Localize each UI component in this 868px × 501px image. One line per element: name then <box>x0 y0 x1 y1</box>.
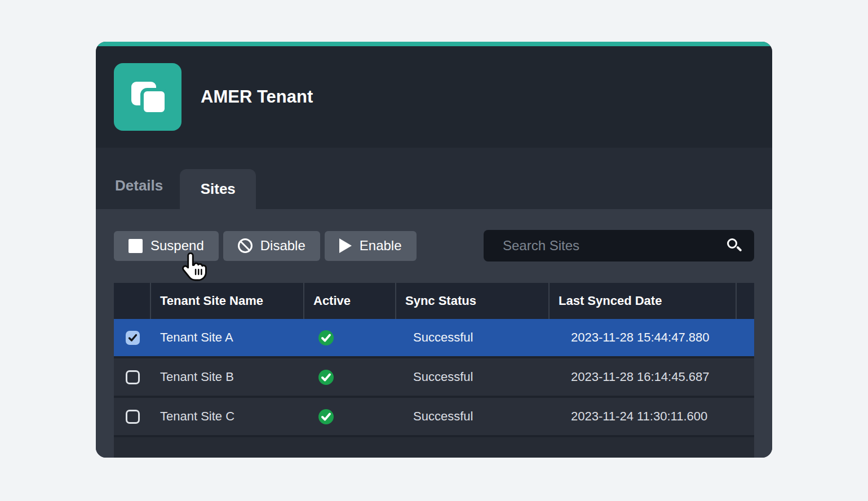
search-box <box>484 230 754 261</box>
cell-active <box>304 398 396 435</box>
cell-last-synced-date: 2023-11-28 16:14:45.687 <box>550 358 737 396</box>
column-header-tenant-site-name: Tenant Site Name <box>151 283 304 319</box>
page-title: AMER Tenant <box>201 87 313 107</box>
stop-square-icon <box>129 239 143 253</box>
enable-button-label: Enable <box>360 238 402 254</box>
search-input[interactable] <box>484 238 754 254</box>
cell-sync-status: Successful <box>396 358 550 396</box>
enable-button[interactable]: Enable <box>325 231 417 261</box>
tab-sites[interactable]: Sites <box>180 169 256 209</box>
table-row[interactable]: Tenant Site B Successful 2023-11-28 16:1… <box>114 358 754 398</box>
tenant-card: AMER Tenant Details Sites Suspend Disabl… <box>96 42 772 458</box>
cell-tenant-site-name: Tenant Site A <box>151 319 304 356</box>
cell-tenant-site-name: Tenant Site C <box>151 398 304 435</box>
sites-toolbar: Suspend Disable Enable <box>114 230 754 261</box>
cell-sync-status: Successful <box>396 319 550 356</box>
ban-icon <box>238 238 253 253</box>
tab-details[interactable]: Details <box>115 177 180 209</box>
column-header-checkbox <box>114 283 151 319</box>
copy-squares-icon <box>114 63 181 131</box>
suspend-button-label: Suspend <box>150 238 204 254</box>
table-row[interactable]: Tenant Site A Successful 2023-11-28 15:4… <box>114 319 754 358</box>
row-checkbox-unchecked[interactable] <box>126 370 140 384</box>
table-footer-band <box>114 437 754 458</box>
cell-active <box>304 358 396 396</box>
column-header-sync-status: Sync Status <box>396 283 550 319</box>
play-icon <box>339 238 352 253</box>
sites-tab-content: Suspend Disable Enable Tenant Site Name … <box>96 209 772 458</box>
active-check-circle-icon <box>318 330 334 345</box>
disable-button-label: Disable <box>260 238 305 254</box>
active-check-circle-icon <box>318 409 334 424</box>
cell-active <box>304 319 396 356</box>
search-icon[interactable] <box>727 238 737 249</box>
table-header-row: Tenant Site Name Active Sync Status Last… <box>114 283 754 319</box>
suspend-button[interactable]: Suspend <box>114 231 219 261</box>
column-header-spacer <box>737 283 754 319</box>
tab-bar: Details Sites <box>96 148 772 209</box>
table-row[interactable]: Tenant Site C Successful 2023-11-24 11:3… <box>114 398 754 437</box>
row-checkbox-checked[interactable] <box>126 331 140 345</box>
column-header-last-synced-date: Last Synced Date <box>550 283 737 319</box>
cell-last-synced-date: 2023-11-24 11:30:11.600 <box>550 398 737 435</box>
sites-table: Tenant Site Name Active Sync Status Last… <box>114 283 754 458</box>
disable-button[interactable]: Disable <box>223 231 320 261</box>
active-check-circle-icon <box>318 370 334 385</box>
card-header: AMER Tenant <box>96 46 772 148</box>
cell-sync-status: Successful <box>396 398 550 435</box>
copy-squares-icon-front <box>140 88 168 116</box>
cell-tenant-site-name: Tenant Site B <box>151 358 304 396</box>
column-header-active: Active <box>304 283 396 319</box>
cell-last-synced-date: 2023-11-28 15:44:47.880 <box>550 319 737 356</box>
row-checkbox-unchecked[interactable] <box>126 410 140 424</box>
checkmark-icon <box>128 333 138 343</box>
card-accent-bar <box>96 42 772 46</box>
